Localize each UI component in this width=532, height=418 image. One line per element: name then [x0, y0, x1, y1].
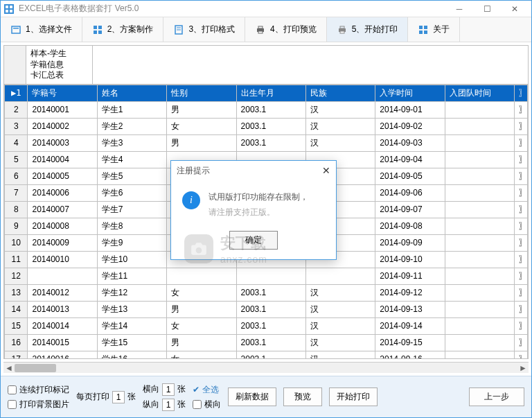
cell[interactable]: 20140015	[28, 334, 97, 351]
cell[interactable]: 汉	[305, 118, 375, 134]
cell[interactable]	[445, 184, 514, 201]
cell[interactable]: 学生7	[97, 201, 166, 218]
cell[interactable]	[445, 334, 514, 351]
per-page-value[interactable]: 1	[112, 391, 125, 403]
cell[interactable]	[445, 218, 514, 234]
cell[interactable]: 学生9	[97, 234, 166, 251]
table-row[interactable]: 220140001学生1男2003.1汉2014-09-01〗	[5, 101, 528, 118]
table-row[interactable]: 1320140012学生12女2003.1汉2014-09-12〗	[5, 284, 528, 301]
cell[interactable]: 2014-09-12	[375, 284, 445, 301]
cell[interactable]: 20140005	[28, 168, 97, 184]
table-row[interactable]: 1420140013学生13男2003.1汉2014-09-13〗	[5, 301, 528, 317]
select-all-checkbox[interactable]: ✔全选	[193, 384, 219, 396]
table-row[interactable]: 420140003学生3男2003.1汉2014-09-03〗	[5, 134, 528, 151]
cell[interactable]	[445, 317, 514, 334]
cell[interactable]	[445, 251, 514, 268]
cell[interactable]: 学生8	[97, 218, 166, 234]
cell[interactable]	[445, 268, 514, 284]
column-header[interactable]: 性别	[167, 85, 236, 101]
cell[interactable]: 2014-09-08	[375, 218, 445, 234]
continuous-print-checkbox[interactable]: 连续打印标记	[8, 384, 69, 396]
toolbar-btn-3[interactable]: 4、打印预览	[245, 17, 327, 42]
toolbar-btn-4[interactable]: 5、开始打印	[327, 17, 409, 42]
cell[interactable]: 学生5	[97, 168, 166, 184]
cell[interactable]: 学生4	[97, 151, 166, 168]
refresh-button[interactable]: 刷新数据	[228, 387, 276, 406]
cell[interactable]: 女	[167, 351, 236, 359]
dialog-ok-button[interactable]: 确定	[229, 231, 278, 250]
cell[interactable]: 20140003	[28, 134, 97, 151]
cell[interactable]: 2014-09-11	[375, 268, 445, 284]
table-row[interactable]: 1720140016学生16女2003.1汉2014-09-16〗	[5, 351, 528, 359]
cell[interactable]: 男	[167, 334, 236, 351]
cell[interactable]	[167, 268, 236, 284]
horizontal-checkbox[interactable]: 横向	[193, 399, 221, 410]
cell[interactable]	[445, 101, 514, 118]
dialog-close-icon[interactable]: ✕	[322, 165, 330, 176]
maximize-button[interactable]: ☐	[473, 1, 501, 17]
cell[interactable]	[445, 234, 514, 251]
cell[interactable]: 20140012	[28, 284, 97, 301]
cell[interactable]: 2003.1	[236, 101, 305, 118]
prev-step-button[interactable]: 上一步	[469, 387, 524, 406]
column-header[interactable]: 入学时间	[375, 85, 445, 101]
cell[interactable]: 2014-09-05	[375, 168, 445, 184]
cell[interactable]: 2003.1	[236, 118, 305, 134]
print-bg-checkbox[interactable]: 打印背景图片	[8, 399, 69, 410]
cell[interactable]: 2003.1	[236, 334, 305, 351]
cell[interactable]: 20140008	[28, 218, 97, 234]
cell[interactable]: 学生15	[97, 334, 166, 351]
cell[interactable]: 20140001	[28, 101, 97, 118]
cell[interactable]: 2014-09-10	[375, 251, 445, 268]
cell[interactable]: 女	[167, 317, 236, 334]
cell[interactable]: 2014-09-06	[375, 184, 445, 201]
start-print-button[interactable]: 开始打印	[329, 387, 378, 406]
cell[interactable]: 2014-09-15	[375, 334, 445, 351]
column-header[interactable]: 出生年月	[236, 85, 305, 101]
preview-button[interactable]: 预览	[283, 387, 322, 406]
horizontal-scrollbar[interactable]: ◄ ►	[3, 362, 529, 373]
cell[interactable]: 学生12	[97, 284, 166, 301]
cell[interactable]: 男	[167, 301, 236, 317]
cell[interactable]: 汉	[305, 334, 375, 351]
cell[interactable]: 学生13	[97, 301, 166, 317]
v-value[interactable]: 1	[162, 399, 175, 411]
cell[interactable]: 女	[167, 118, 236, 134]
cell[interactable]: 男	[167, 101, 236, 118]
cell[interactable]: 学生2	[97, 118, 166, 134]
table-row[interactable]: 12学生112014-09-11〗	[5, 268, 528, 284]
table-row[interactable]: 1520140014学生14女2003.1汉2014-09-14〗	[5, 317, 528, 334]
cell[interactable]	[445, 168, 514, 184]
cell[interactable]	[236, 268, 305, 284]
cell[interactable]	[445, 284, 514, 301]
cell[interactable]: 2014-09-03	[375, 134, 445, 151]
cell[interactable]: 学生11	[97, 268, 166, 284]
cell[interactable]: 汉	[305, 317, 375, 334]
cell[interactable]: 2014-09-16	[375, 351, 445, 359]
cell[interactable]: 20140002	[28, 118, 97, 134]
cell[interactable]	[28, 268, 97, 284]
toolbar-btn-2[interactable]: 3、打印格式	[163, 17, 245, 42]
column-header[interactable]: 民族	[305, 85, 375, 101]
cell[interactable]: 学生16	[97, 351, 166, 359]
cell[interactable]: 男	[167, 134, 236, 151]
close-button[interactable]: ✕	[501, 1, 529, 17]
cell[interactable]: 20140004	[28, 151, 97, 168]
cell[interactable]: 20140007	[28, 201, 97, 218]
cell[interactable]: 汉	[305, 351, 375, 359]
toolbar-btn-5[interactable]: 关于	[408, 17, 460, 42]
cell[interactable]	[445, 351, 514, 359]
cell[interactable]: 20140014	[28, 317, 97, 334]
cell[interactable]: 2014-09-09	[375, 234, 445, 251]
cell[interactable]: 2014-09-14	[375, 317, 445, 334]
cell[interactable]: 2014-09-13	[375, 301, 445, 317]
cell[interactable]: 20140013	[28, 301, 97, 317]
cell[interactable]: 学生10	[97, 251, 166, 268]
toolbar-btn-0[interactable]: 1、选择文件	[1, 17, 82, 42]
cell[interactable]: 2014-09-07	[375, 201, 445, 218]
table-row[interactable]: 1620140015学生15男2003.1汉2014-09-15〗	[5, 334, 528, 351]
cell[interactable]	[445, 134, 514, 151]
cell[interactable]	[445, 118, 514, 134]
table-row[interactable]: 320140002学生2女2003.1汉2014-09-02〗	[5, 118, 528, 134]
cell[interactable]: 20140009	[28, 234, 97, 251]
